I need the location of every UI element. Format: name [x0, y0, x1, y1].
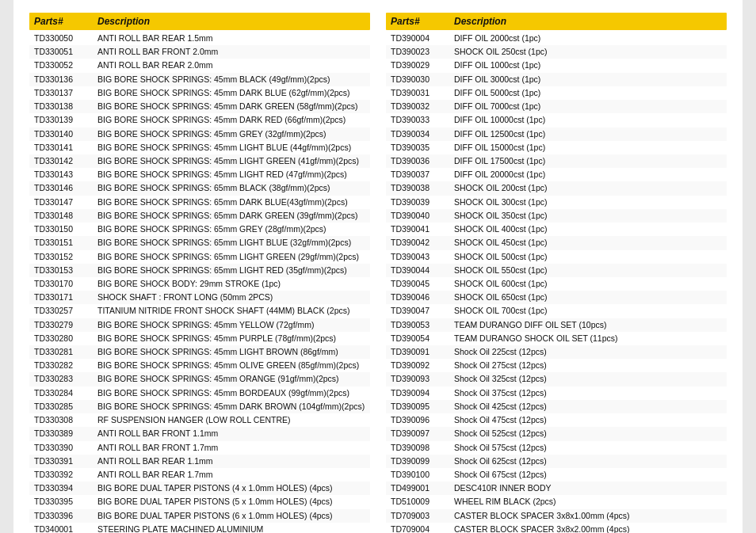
table-row: TD330284BIG BORE SHOCK SPRINGS: 45mm BOR…	[29, 386, 370, 400]
table-row: TD330285BIG BORE SHOCK SPRINGS: 45mm DAR…	[29, 400, 370, 413]
table-row: TD330396BIG BORE DUAL TAPER PISTONS (6 x…	[29, 509, 370, 523]
parts-number: TD330151	[34, 237, 97, 249]
parts-description: DIFF OIL 1000cst (1pc)	[454, 59, 722, 71]
parts-number: TD330395	[34, 496, 97, 508]
parts-number: TD330147	[34, 196, 97, 208]
table-row: TD390030DIFF OIL 3000cst (1pc)	[386, 73, 727, 86]
parts-number: TD330139	[34, 114, 97, 126]
table-row: TD390091Shock Oil 225cst (12pcs)	[386, 345, 727, 359]
parts-description: Shock Oil 575cst (12pcs)	[454, 442, 722, 454]
parts-number: TD390033	[391, 114, 454, 126]
parts-description: BIG BORE SHOCK SPRINGS: 45mm BLACK (49gf…	[97, 74, 365, 86]
parts-number: TD390093	[391, 373, 454, 385]
table-row: TD330051ANTI ROLL BAR FRONT 2.0mm	[29, 45, 370, 59]
parts-description: Shock Oil 675cst (12pcs)	[454, 469, 722, 481]
table-row: TD510009WHEEL RIM BLACK (2pcs)	[386, 495, 727, 508]
parts-number: TD330257	[34, 305, 97, 317]
parts-number: TD330142	[34, 155, 97, 167]
parts-number: TD390038	[391, 182, 454, 194]
parts-number: TD390095	[391, 401, 454, 413]
parts-description: BIG BORE SHOCK SPRINGS: 45mm GREY (32gf/…	[97, 128, 365, 140]
table-row: TD390038SHOCK OIL 200cst (1pc)	[386, 181, 727, 195]
table-row: TD390047SHOCK OIL 700cst (1pc)	[386, 304, 727, 318]
parts-number: TD330308	[34, 414, 97, 426]
table-row: TD709004CASTER BLOCK SPACER 3x8x2.00mm (…	[386, 523, 727, 533]
table-row: TD330147BIG BORE SHOCK SPRINGS: 65mm DAR…	[29, 196, 370, 209]
parts-number: TD330396	[34, 510, 97, 522]
parts-number: TD709004	[391, 523, 454, 533]
parts-description: CASTER BLOCK SPACER 3x8x1.00mm (4pcs)	[454, 510, 722, 522]
parts-description: BIG BORE SHOCK SPRINGS: 45mm DARK RED (6…	[97, 114, 365, 126]
parts-description: BIG BORE DUAL TAPER PISTONS (4 x 1.0mm H…	[97, 482, 365, 494]
parts-description: BIG BORE SHOCK SPRINGS: 65mm DARK GREEN …	[97, 210, 365, 222]
table-row: TD330138BIG BORE SHOCK SPRINGS: 45mm DAR…	[29, 100, 370, 113]
table-row: TD390004DIFF OIL 2000cst (1pc)	[386, 32, 727, 45]
parts-description: RF SUSPENSION HANGER (LOW ROLL CENTRE)	[97, 414, 365, 426]
parts-number: TD330392	[34, 469, 97, 481]
table-row: TD390031DIFF OIL 5000cst (1pc)	[386, 86, 727, 100]
parts-description: ANTI ROLL BAR FRONT 1.7mm	[97, 442, 365, 454]
parts-number: TD330281	[34, 346, 97, 358]
parts-number: TD390053	[391, 319, 454, 331]
table-row: TD390094Shock Oil 375cst (12pcs)	[386, 386, 727, 400]
parts-number: TD390029	[391, 59, 454, 71]
right-column: Parts# Description TD390004DIFF OIL 2000…	[386, 13, 727, 533]
parts-description: BIG BORE SHOCK SPRINGS: 45mm LIGHT GREEN…	[97, 155, 365, 167]
parts-number: TD330143	[34, 169, 97, 181]
parts-description: Shock Oil 425cst (12pcs)	[454, 401, 722, 413]
table-row: TD390046SHOCK OIL 650cst (1pc)	[386, 291, 727, 304]
parts-number: TD390035	[391, 142, 454, 154]
parts-number: TD330284	[34, 387, 97, 399]
table-row: TD330282BIG BORE SHOCK SPRINGS: 45mm OLI…	[29, 359, 370, 372]
parts-description: ANTI ROLL BAR REAR 2.0mm	[97, 59, 365, 71]
parts-description: WHEEL RIM BLACK (2pcs)	[454, 496, 722, 508]
parts-description: DIFF OIL 20000cst (1pc)	[454, 169, 722, 181]
table-row: TD330390ANTI ROLL BAR FRONT 1.7mm	[29, 441, 370, 455]
table-row: TD330143BIG BORE SHOCK SPRINGS: 45mm LIG…	[29, 168, 370, 181]
parts-number: TD330389	[34, 428, 97, 440]
parts-number: TD390092	[391, 360, 454, 371]
parts-number: TD390023	[391, 46, 454, 58]
parts-number: TD390040	[391, 210, 454, 222]
parts-description: Shock Oil 475cst (12pcs)	[454, 414, 722, 426]
parts-description: SHOCK OIL 200cst (1pc)	[454, 182, 722, 194]
parts-number: TD390097	[391, 428, 454, 440]
table-row: TD330152BIG BORE SHOCK SPRINGS: 65mm LIG…	[29, 250, 370, 264]
table-row: TD330283BIG BORE SHOCK SPRINGS: 45mm ORA…	[29, 372, 370, 386]
parts-description: SHOCK OIL 600cst (1pc)	[454, 278, 722, 290]
parts-description: BIG BORE SHOCK SPRINGS: 65mm LIGHT RED (…	[97, 265, 365, 276]
parts-number: TD330146	[34, 182, 97, 194]
parts-number: TD390094	[391, 387, 454, 399]
table-row: TD330395BIG BORE DUAL TAPER PISTONS (5 x…	[29, 495, 370, 508]
parts-number: TD340001	[34, 523, 97, 533]
parts-number: TD330140	[34, 128, 97, 140]
parts-description: SHOCK OIL 400cst (1pc)	[454, 223, 722, 235]
table-row: TD330151BIG BORE SHOCK SPRINGS: 65mm LIG…	[29, 236, 370, 249]
table-row: TD330139BIG BORE SHOCK SPRINGS: 45mm DAR…	[29, 113, 370, 127]
parts-description: BIG BORE SHOCK SPRINGS: 45mm DARK BLUE (…	[97, 87, 365, 99]
parts-number: TD330137	[34, 87, 97, 99]
parts-number: TD330285	[34, 401, 97, 413]
parts-description: BIG BORE SHOCK SPRINGS: 45mm BORDEAUX (9…	[97, 387, 365, 399]
parts-number: TD330150	[34, 223, 97, 235]
parts-number: TD390044	[391, 265, 454, 276]
parts-description: ANTI ROLL BAR REAR 1.5mm	[97, 32, 365, 44]
parts-description: Shock Oil 525cst (12pcs)	[454, 428, 722, 440]
table-row: TD499001DESC410R INNER BODY	[386, 482, 727, 495]
parts-description: SHOCK OIL 700cst (1pc)	[454, 305, 722, 317]
table-row: TD330050ANTI ROLL BAR REAR 1.5mm	[29, 32, 370, 45]
table-row: TD390099Shock Oil 625cst (12pcs)	[386, 455, 727, 468]
parts-number: TD330391	[34, 455, 97, 467]
page: Parts# Description TD330050ANTI ROLL BAR…	[13, 0, 743, 533]
parts-description: CASTER BLOCK SPACER 3x8x2.00mm (4pcs)	[454, 523, 722, 533]
table-row: TD330141BIG BORE SHOCK SPRINGS: 45mm LIG…	[29, 141, 370, 154]
parts-description: BIG BORE SHOCK SPRINGS: 65mm BLACK (38gf…	[97, 182, 365, 194]
table-row: TD390036DIFF OIL 17500cst (1pc)	[386, 154, 727, 168]
parts-description: SHOCK OIL 250cst (1pc)	[454, 46, 722, 58]
table-row: TD709003CASTER BLOCK SPACER 3x8x1.00mm (…	[386, 509, 727, 523]
parts-number: TD390045	[391, 278, 454, 290]
table-row: TD390023SHOCK OIL 250cst (1pc)	[386, 45, 727, 59]
table-row: TD390041SHOCK OIL 400cst (1pc)	[386, 223, 727, 236]
parts-description: BIG BORE SHOCK SPRINGS: 65mm LIGHT BLUE …	[97, 237, 365, 249]
parts-number: TD390004	[391, 32, 454, 44]
